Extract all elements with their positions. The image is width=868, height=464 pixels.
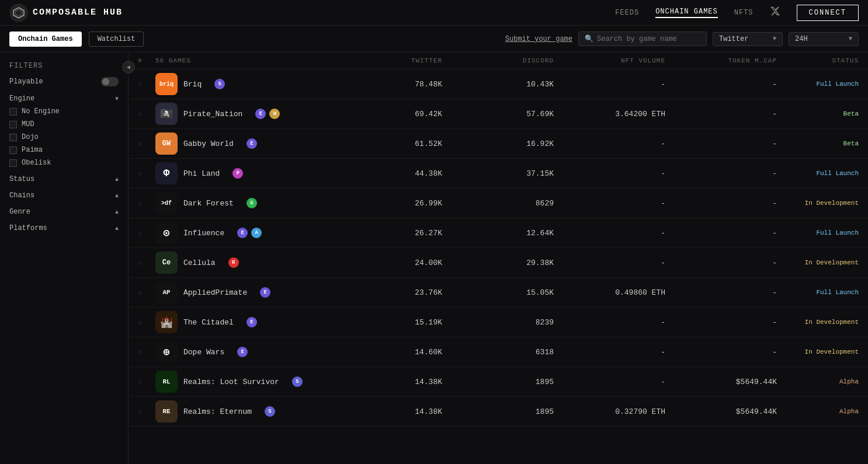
table-row[interactable]: ☆ 🏴‍☠️ Pirate_Nation EW 69.42K 57.69K 3.… xyxy=(129,99,868,129)
engine-title: Engine xyxy=(9,95,34,103)
chain-icon: W xyxy=(269,109,280,119)
table-row[interactable]: ☆ >df Dark Forest G 26.99K 8629 - - In D… xyxy=(129,189,868,218)
table-body: ☆ briq Briq S 78.48K 10.43K - - Full Lau… xyxy=(129,69,868,427)
star-icon[interactable]: ☆ xyxy=(138,139,155,148)
chain-icon: R xyxy=(228,257,239,268)
discord-value: 1895 xyxy=(442,378,554,386)
twitter-value: 61.52K xyxy=(331,139,442,148)
token-mcap-value: - xyxy=(665,288,777,297)
game-info: RL Realms: Loot Survivor S xyxy=(155,371,331,393)
game-info: GW Gabby World E xyxy=(155,132,331,155)
table-row[interactable]: ☆ briq Briq S 78.48K 10.43K - - Full Lau… xyxy=(129,69,868,99)
nft-volume-value: - xyxy=(554,318,665,327)
table-row[interactable]: ☆ Ce Cellula R 24.00K 29.38K - - In Deve… xyxy=(129,248,868,278)
status-badge: In Development xyxy=(777,319,859,326)
obelisk-label: Obelisk xyxy=(22,159,51,167)
header-nav: FEEDS ONCHAIN GAMES NFTS CONNECT xyxy=(615,5,859,21)
mud-checkbox[interactable] xyxy=(9,121,17,128)
twitter-value: 26.99K xyxy=(331,199,442,208)
star-icon[interactable]: ☆ xyxy=(138,228,155,238)
chain-icons: E xyxy=(244,317,257,327)
chain-icons: S xyxy=(262,406,275,417)
table-row[interactable]: ☆ RE Realms: Eternum S 14.38K 1895 0.327… xyxy=(129,397,868,427)
status-badge: Full Launch xyxy=(777,289,859,296)
table-row[interactable]: ☆ ⊙ Influence EA 26.27K 12.64K - - Full … xyxy=(129,218,868,248)
chain-icon: E xyxy=(246,317,257,327)
status-badge: In Development xyxy=(777,200,859,207)
nft-volume-value: 3.64200 ETH xyxy=(554,110,665,118)
star-icon[interactable]: ☆ xyxy=(138,407,155,416)
col-games: 56 Games xyxy=(155,57,331,64)
nav-feeds[interactable]: FEEDS xyxy=(615,9,639,17)
chevron-down-icon-2: ▼ xyxy=(849,36,852,42)
chains-arrow: ▲ xyxy=(115,193,119,199)
star-icon[interactable]: ☆ xyxy=(138,258,155,267)
twitter-icon[interactable] xyxy=(770,6,780,19)
obelisk-checkbox[interactable] xyxy=(9,159,17,167)
tab-onchain-games[interactable]: Onchain Games xyxy=(9,32,82,47)
nav-onchain-games[interactable]: ONCHAIN GAMES xyxy=(655,8,718,18)
dojo-checkbox[interactable] xyxy=(9,134,17,141)
star-icon[interactable]: ☆ xyxy=(138,79,155,89)
star-icon[interactable]: ☆ xyxy=(138,318,155,327)
game-name: Dope Wars xyxy=(183,348,224,357)
table-row[interactable]: ☆ ⊕ Dope Wars E 14.60K 6318 - - In Devel… xyxy=(129,337,868,367)
twitter-value: 15.19K xyxy=(331,318,442,327)
engine-section-header[interactable]: Engine ▼ xyxy=(9,95,119,103)
tab-watchlist[interactable]: Watchlist xyxy=(89,32,144,47)
chains-section-header[interactable]: Chains ▲ xyxy=(9,191,119,200)
sub-header-right: Submit your game 🔍 Twitter ▼ 24H ▼ xyxy=(505,32,859,46)
col-nft-volume: NFT Volume xyxy=(554,57,665,64)
sidebar-collapse-button[interactable]: ◀ xyxy=(122,61,135,74)
platforms-section-header[interactable]: Platforms ▲ xyxy=(9,224,119,232)
status-badge: Full Launch xyxy=(777,170,859,177)
discord-value: 8629 xyxy=(442,199,554,208)
star-icon[interactable]: ☆ xyxy=(138,109,155,118)
sidebar: ◀ Filters Playable Engine ▼ No Engine MU… xyxy=(0,53,129,464)
no-engine-label: No Engine xyxy=(22,107,60,116)
nav-nfts[interactable]: NFTS xyxy=(734,9,754,17)
star-icon[interactable]: ☆ xyxy=(138,347,155,357)
table-row[interactable]: ☆ RL Realms: Loot Survivor S 14.38K 1895… xyxy=(129,367,868,397)
token-mcap-value: $5649.44K xyxy=(665,407,777,416)
genre-section-header[interactable]: Genre ▲ xyxy=(9,208,119,216)
filters-title: Filters xyxy=(9,62,119,70)
no-engine-checkbox[interactable] xyxy=(9,108,17,116)
nft-volume-value: 0.32790 ETH xyxy=(554,407,665,416)
game-info: ⊙ Influence EA xyxy=(155,222,331,244)
table-row[interactable]: ☆ AP AppliedPrimate E 23.76K 15.05K 0.49… xyxy=(129,278,868,308)
star-icon[interactable]: ☆ xyxy=(138,169,155,178)
nft-volume-value: - xyxy=(554,169,665,178)
table-row[interactable]: ☆ Φ Phi Land P 44.38K 37.15K - - Full La… xyxy=(129,159,868,189)
search-input[interactable] xyxy=(597,35,700,43)
discord-value: 16.92K xyxy=(442,139,554,148)
chain-icons: R xyxy=(226,257,239,268)
twitter-value: 69.42K xyxy=(331,110,442,118)
discord-value: 10.43K xyxy=(442,80,554,89)
status-section-header[interactable]: Status ▲ xyxy=(9,175,119,183)
twitter-filter-dropdown[interactable]: Twitter ▼ xyxy=(713,32,783,46)
star-icon[interactable]: ☆ xyxy=(138,377,155,386)
chain-icons: P xyxy=(230,168,243,179)
paima-checkbox[interactable] xyxy=(9,146,17,154)
chain-icons: E xyxy=(258,287,270,298)
token-mcap-value: - xyxy=(665,259,777,267)
twitter-value: 24.00K xyxy=(331,259,442,267)
time-filter-dropdown[interactable]: 24H ▼ xyxy=(789,32,859,46)
table-row[interactable]: ☆ 🏰 The Citadel E 15.19K 8239 - - In Dev… xyxy=(129,308,868,337)
chain-icons: S xyxy=(290,376,303,387)
token-mcap-value: - xyxy=(665,199,777,208)
game-name: Realms: Eternum xyxy=(183,407,252,416)
twitter-value: 14.38K xyxy=(331,378,442,386)
table-row[interactable]: ☆ GW Gabby World E 61.52K 16.92K - - Bet… xyxy=(129,129,868,159)
connect-button[interactable]: CONNECT xyxy=(797,5,859,21)
main-layout: ◀ Filters Playable Engine ▼ No Engine MU… xyxy=(0,53,868,464)
game-logo: RL xyxy=(155,371,178,393)
submit-game-link[interactable]: Submit your game xyxy=(505,35,572,43)
star-icon[interactable]: ☆ xyxy=(138,198,155,208)
star-icon[interactable]: ☆ xyxy=(138,288,155,297)
playable-toggle[interactable] xyxy=(101,77,119,86)
game-logo: Ce xyxy=(155,252,178,274)
time-filter-label: 24H xyxy=(795,35,808,43)
playable-label: Playable xyxy=(9,78,43,86)
